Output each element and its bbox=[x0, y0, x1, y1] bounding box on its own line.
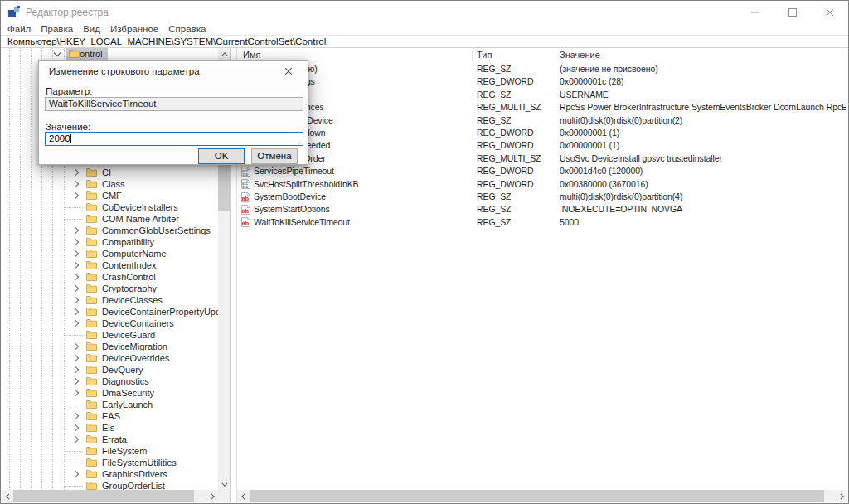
tree-item[interactable]: CI bbox=[2, 167, 231, 178]
tree-item[interactable]: DeviceMigration bbox=[2, 341, 231, 352]
registry-value-row[interactable]: ab 011110 PreshutdownOrder REG_MULTI_SZ … bbox=[237, 153, 847, 165]
column-header-type[interactable]: Тип bbox=[477, 49, 492, 61]
tree-expand-chevron-icon[interactable] bbox=[72, 239, 79, 245]
tree-item[interactable]: DevQuery bbox=[2, 364, 231, 376]
menu-item[interactable]: Файл bbox=[7, 24, 35, 34]
tree-expand-chevron-icon[interactable] bbox=[72, 320, 79, 327]
tree-expand-chevron-icon[interactable] bbox=[72, 169, 79, 176]
registry-value-row[interactable]: ab 011110 SvcHostSplitThresholdInKB REG_… bbox=[237, 178, 847, 191]
tree-expand-chevron-icon[interactable] bbox=[72, 436, 79, 443]
tree-expand-chevron-icon[interactable] bbox=[65, 463, 83, 463]
tree-item[interactable]: CMF bbox=[2, 190, 231, 201]
tree-item[interactable]: Class bbox=[2, 178, 231, 190]
dialog-title-bar[interactable]: Изменение строкового параметра bbox=[39, 61, 308, 82]
tree-selection-highlight[interactable]: Control bbox=[66, 48, 108, 60]
tree-expand-chevron-icon[interactable] bbox=[72, 390, 79, 396]
scroll-left-button[interactable] bbox=[2, 490, 14, 502]
scroll-right-button[interactable] bbox=[206, 490, 218, 502]
tree-expand-chevron-icon[interactable] bbox=[72, 227, 79, 234]
tree-horizontal-scrollbar[interactable] bbox=[2, 490, 218, 502]
tree-item[interactable]: CommonGlobUserSettings bbox=[2, 225, 231, 236]
tree-item[interactable]: CoDeviceInstallers bbox=[2, 201, 231, 213]
dialog-close-button[interactable] bbox=[276, 61, 301, 82]
tree-expand-chevron-icon[interactable] bbox=[72, 355, 79, 361]
tree-expand-chevron-icon[interactable] bbox=[72, 378, 79, 385]
tree-expand-chevron-icon[interactable] bbox=[72, 181, 79, 187]
tree-expand-chevron-icon[interactable] bbox=[72, 274, 79, 280]
tree-expand-chevron-icon[interactable] bbox=[72, 285, 79, 292]
tree-expand-chevron-icon[interactable] bbox=[65, 207, 83, 208]
tree-item[interactable]: DeviceGuard bbox=[2, 329, 231, 341]
registry-value-row[interactable]: ab 011110 SystemBootDevice REG_SZ multi(… bbox=[237, 191, 847, 203]
registry-value-row[interactable]: ab 011110 LastBootShutdown REG_DWORD 0x0… bbox=[237, 127, 847, 139]
tree-item[interactable]: CrashControl bbox=[2, 271, 231, 283]
registry-value-row[interactable]: ab 011110 ServicesPipeTimeout REG_DWORD … bbox=[237, 165, 847, 177]
tree-item[interactable]: EarlyLaunch bbox=[2, 399, 231, 410]
parameter-field[interactable]: WaitToKillServiceTimeout bbox=[45, 97, 303, 111]
tree-expand-chevron-icon[interactable] bbox=[72, 192, 79, 199]
registry-value-row[interactable]: ab 011110 BootDriverFlags REG_DWORD 0x00… bbox=[237, 75, 847, 88]
registry-value-row[interactable]: ab 011110 LastBootSucceeded REG_DWORD 0x… bbox=[237, 139, 847, 152]
tree-item[interactable]: EAS bbox=[2, 410, 231, 422]
registry-value-row[interactable]: ab 011110 FirmwareBootDevice REG_SZ mult… bbox=[237, 114, 847, 127]
menu-item[interactable]: Правка bbox=[36, 24, 77, 34]
tree-item[interactable]: COM Name Arbiter bbox=[2, 213, 231, 225]
tree-item[interactable]: GraphicsDrivers bbox=[2, 468, 231, 480]
tree-item[interactable]: FileSystemUtilities bbox=[2, 457, 231, 468]
tree-expand-chevron-icon[interactable] bbox=[72, 308, 79, 315]
tree-item[interactable]: Diagnostics bbox=[2, 376, 231, 387]
maximize-button[interactable] bbox=[774, 1, 811, 23]
values-hscroll-thumb[interactable] bbox=[250, 490, 824, 502]
tree-expand-chevron-icon[interactable] bbox=[65, 335, 83, 336]
cancel-button[interactable]: Отмена bbox=[251, 148, 298, 164]
tree-item[interactable]: DeviceContainerPropertyUpdateEvent bbox=[2, 306, 231, 317]
registry-value-row[interactable]: ab 011110 SystemStartOptions REG_SZ NOEX… bbox=[237, 203, 847, 216]
tree-item[interactable]: Errata bbox=[2, 434, 231, 445]
values-horizontal-scrollbar[interactable] bbox=[237, 490, 847, 502]
chevron-down-icon[interactable] bbox=[54, 50, 61, 56]
tree-expand-chevron-icon[interactable] bbox=[65, 451, 83, 452]
tree-expand-chevron-icon[interactable] bbox=[65, 486, 83, 487]
tree-item[interactable]: FileSystem bbox=[2, 445, 231, 457]
tree-expand-chevron-icon[interactable] bbox=[72, 297, 79, 303]
tree-hscroll-thumb[interactable] bbox=[13, 490, 194, 502]
scroll-up-button[interactable] bbox=[218, 48, 230, 61]
tree-item[interactable]: DeviceContainers bbox=[2, 317, 231, 329]
menu-item[interactable]: Справка bbox=[164, 24, 210, 34]
tree-item[interactable]: DeviceClasses bbox=[2, 294, 231, 306]
tree-item[interactable]: ComputerName bbox=[2, 248, 231, 259]
scroll-right-button[interactable] bbox=[835, 490, 847, 502]
scroll-down-button[interactable] bbox=[218, 477, 230, 490]
value-field[interactable]: 2000 bbox=[45, 132, 303, 146]
address-bar[interactable]: Компьютер\HKEY_LOCAL_MACHINE\SYSTEM\Curr… bbox=[1, 35, 848, 48]
tree-item[interactable]: ContentIndex bbox=[2, 259, 231, 271]
column-separator[interactable] bbox=[555, 50, 555, 61]
column-separator[interactable] bbox=[472, 50, 473, 61]
tree-item[interactable]: Cryptography bbox=[2, 283, 231, 294]
registry-value-row[interactable]: ab 011110 EarlyStartServices REG_MULTI_S… bbox=[237, 101, 847, 114]
tree-expand-chevron-icon[interactable] bbox=[65, 219, 83, 220]
registry-value-row[interactable]: ab 011110 (По умолчанию) REG_SZ (значени… bbox=[237, 63, 847, 75]
tree-expand-chevron-icon[interactable] bbox=[72, 262, 79, 269]
tree-item[interactable]: Compatibility bbox=[2, 236, 231, 248]
tree-item[interactable]: Els bbox=[2, 422, 231, 434]
tree-expand-chevron-icon[interactable] bbox=[72, 366, 79, 373]
tree-expand-chevron-icon[interactable] bbox=[72, 471, 79, 477]
tree-expand-chevron-icon[interactable] bbox=[72, 250, 79, 257]
tree-expand-chevron-icon[interactable] bbox=[72, 413, 79, 419]
menu-item[interactable]: Вид bbox=[79, 24, 104, 34]
close-button[interactable] bbox=[811, 1, 848, 23]
tree-expand-chevron-icon[interactable] bbox=[72, 343, 79, 350]
registry-value-row[interactable]: ab 011110 CurrentUser REG_SZ USERNAME bbox=[237, 89, 847, 101]
tree-expand-chevron-icon[interactable] bbox=[72, 424, 79, 431]
registry-value-row[interactable]: ab 011110 WaitToKillServiceTimeout REG_S… bbox=[237, 216, 847, 229]
column-header-value[interactable]: Значение bbox=[560, 49, 600, 61]
ok-button[interactable]: OK bbox=[198, 148, 245, 164]
tree-expand-chevron-icon[interactable] bbox=[65, 405, 83, 405]
tree-item-control-selected[interactable]: Control bbox=[2, 48, 217, 60]
scroll-left-button[interactable] bbox=[237, 490, 250, 502]
tree-item[interactable]: DmaSecurity bbox=[2, 387, 231, 399]
minimize-button[interactable] bbox=[736, 1, 774, 23]
menu-item[interactable]: Избранное bbox=[106, 24, 163, 34]
tree-item[interactable]: DeviceOverrides bbox=[2, 352, 231, 364]
